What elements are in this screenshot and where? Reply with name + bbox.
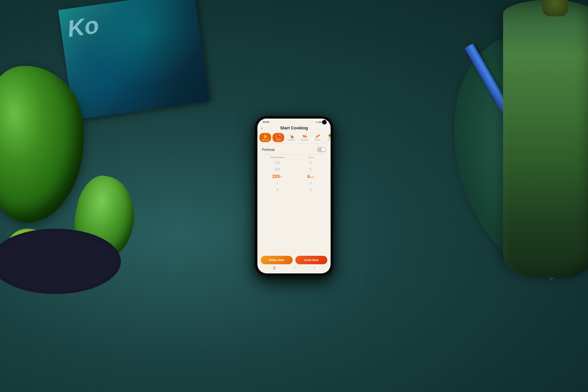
vegetable-bowl: [0, 65, 144, 294]
temp-unit: °F: [280, 176, 283, 178]
steak-label: Steak: [276, 139, 281, 141]
temp-val-200: 200: [274, 167, 280, 172]
time-val-5: 5: [310, 167, 312, 172]
picker-section: Temperature 195 200 205 °F 7 8 Time: [257, 155, 331, 194]
nav-home-icon[interactable]: ○: [294, 266, 296, 270]
tab-manual[interactable]: ✋ Manual: [259, 133, 271, 142]
signal-icon: ▪▪▪: [316, 121, 318, 123]
page-title: Start Cooking: [280, 125, 308, 130]
zucchini: [503, 0, 588, 278]
bowl: [0, 229, 121, 294]
temp-val-210: 7: [276, 181, 278, 187]
chicken-label: Chicken: [288, 139, 295, 141]
category-tabs: ✋ Manual 🥩 Steak 🍗 Chicken 🦐 Seafood 🥓: [257, 132, 331, 143]
preheat-row: Preheat: [257, 144, 331, 154]
veggies-label: Vegeta: [328, 139, 331, 141]
time-selected-row: 6 min: [307, 173, 314, 180]
preheat-label: Preheat: [262, 148, 275, 152]
temperature-picker[interactable]: Temperature 195 200 205 °F 7 8: [262, 156, 293, 193]
status-bar: 13:24 ▪▪▪ WiFi 🔋: [257, 119, 331, 124]
delay-start-button[interactable]: Delay Start: [261, 256, 293, 264]
veggies-icon: 🥦: [328, 134, 331, 138]
bacon-label: Bacon: [315, 139, 320, 141]
nav-bar: ||| ○ ‹: [257, 265, 331, 270]
time-values: 4 5 6 min 7 8: [295, 160, 326, 193]
nav-back-icon[interactable]: ‹: [314, 266, 315, 270]
tab-steak[interactable]: 🥩 Steak: [272, 133, 284, 142]
seafood-icon: 🦐: [302, 134, 307, 138]
temp-selected-row: 205 °F: [272, 173, 282, 180]
temperature-values: 195 200 205 °F 7 8: [262, 160, 293, 193]
temp-val-195: 195: [274, 160, 280, 166]
bottom-buttons: Delay Start Cook Now: [261, 256, 327, 264]
bacon-icon: 🥓: [315, 134, 320, 138]
time-picker[interactable]: Time 4 5 6 min 7 8: [295, 156, 326, 193]
preheat-toggle[interactable]: [317, 147, 326, 152]
time-header: Time: [295, 156, 326, 159]
phone-screen: 13:24 ▪▪▪ WiFi 🔋 ‹ Start Cooking ✋ Manua…: [257, 119, 331, 273]
app-header: ‹ Start Cooking: [257, 124, 331, 132]
nav-menu-icon[interactable]: |||: [273, 266, 276, 270]
tab-veggies[interactable]: 🥦 Vegeta: [325, 133, 331, 142]
time-unit: min: [310, 176, 314, 178]
phone: 13:24 ▪▪▪ WiFi 🔋 ‹ Start Cooking ✋ Manua…: [255, 116, 333, 276]
phone-body: 13:24 ▪▪▪ WiFi 🔋 ‹ Start Cooking ✋ Manua…: [255, 116, 333, 276]
toggle-knob: [321, 148, 325, 152]
magazine-letters: Ko: [66, 11, 100, 42]
tab-chicken[interactable]: 🍗 Chicken: [286, 133, 297, 142]
chicken-icon: 🍗: [289, 134, 294, 138]
camera-hole: [322, 120, 327, 124]
manual-icon: ✋: [263, 134, 268, 138]
time-val-6: 6: [307, 173, 310, 180]
tab-seafood[interactable]: 🦐 Seafood: [299, 133, 310, 142]
temperature-header: Temperature: [262, 156, 293, 159]
steak-icon: 🥩: [276, 134, 281, 138]
time-val-4: 4: [310, 160, 312, 166]
manual-label: Manual: [262, 139, 269, 141]
temp-val-205: 205: [272, 173, 280, 180]
zucchini-stem: [542, 0, 568, 16]
cook-now-button[interactable]: Cook Now: [295, 256, 327, 264]
status-time: 13:24: [263, 121, 269, 123]
time-val-8: 8: [310, 187, 312, 193]
time-val-7: 7: [310, 181, 312, 187]
seafood-label: Seafood: [301, 139, 308, 141]
tab-bacon[interactable]: 🥓 Bacon: [312, 133, 323, 142]
temp-val-215: 8: [276, 187, 278, 193]
back-button[interactable]: ‹: [261, 125, 263, 131]
